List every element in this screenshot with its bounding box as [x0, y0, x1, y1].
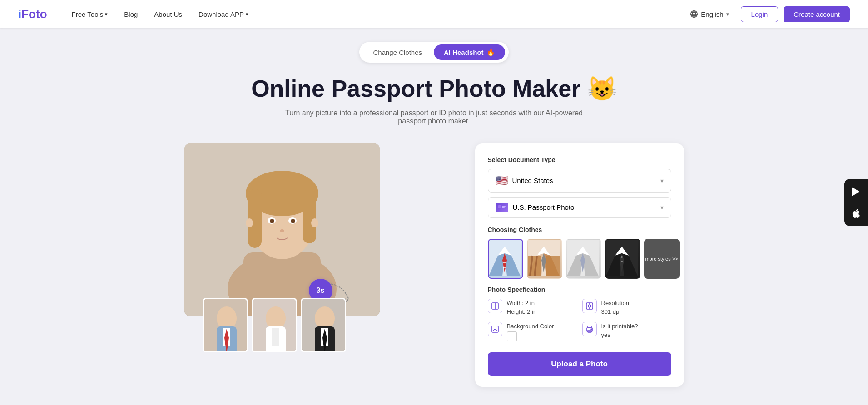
spec-grid: Width: 2 in Height: 2 in: [488, 299, 671, 344]
spec-bgcolor-label: Background Color: [507, 322, 554, 331]
hero-title: Online Passport Photo Maker 😺: [251, 75, 617, 103]
spec-printable-value: yes: [601, 331, 638, 340]
svg-point-68: [621, 261, 623, 262]
chevron-down-icon: ▾: [246, 11, 248, 17]
document-icon: [496, 203, 508, 212]
svg-rect-80: [588, 326, 591, 328]
us-flag: 🇺🇸: [496, 175, 508, 187]
logo[interactable]: iFoto: [18, 7, 47, 21]
svg-point-18: [246, 218, 253, 227]
clothes-grid: more styles >>: [488, 239, 671, 279]
chevron-down-icon: ▾: [105, 11, 108, 17]
small-photo-3: [301, 298, 346, 352]
svg-rect-12: [303, 189, 316, 243]
size-icon: [488, 299, 502, 313]
tab-switcher: Change Clothes AI Headshot 🔥: [359, 42, 508, 63]
chevron-down-icon: ▾: [660, 204, 664, 211]
select-document-label: Select Document Type: [488, 156, 671, 163]
document-type-dropdown[interactable]: U.S. Passport Photo ▾: [488, 197, 671, 218]
tab-ai-headshot[interactable]: AI Headshot 🔥: [434, 44, 505, 60]
clothes-section: Choosing Clothes: [488, 226, 671, 279]
spec-resolution: Resolution 301 dpi: [582, 299, 671, 316]
color-swatch[interactable]: [507, 331, 517, 341]
content-row: 3s: [184, 143, 684, 387]
spec-printable-label: Is it printable?: [601, 322, 638, 331]
nav-download[interactable]: Download APP ▾: [192, 7, 255, 22]
navbar: iFoto Free Tools ▾ Blog About Us Downloa…: [0, 0, 868, 28]
svg-rect-36: [498, 205, 501, 208]
nav-blog[interactable]: Blog: [118, 7, 144, 22]
more-styles-button[interactable]: more styles >>: [644, 239, 680, 279]
country-dropdown[interactable]: 🇺🇸 United States ▾: [488, 169, 671, 193]
choosing-clothes-label: Choosing Clothes: [488, 226, 671, 233]
bgcolor-icon: [488, 322, 502, 336]
spec-size: Width: 2 in Height: 2 in: [488, 299, 577, 316]
spec-resolution-label: Resolution: [601, 299, 629, 308]
nav-right: English ▾ Login Create account: [684, 6, 850, 22]
clothes-item-1[interactable]: [488, 239, 523, 279]
svg-rect-53: [546, 256, 560, 276]
spec-width: Width: 2 in: [507, 299, 537, 308]
nav-links: Free Tools ▾ Blog About Us Download APP …: [65, 7, 684, 22]
clothes-item-3[interactable]: [566, 239, 601, 279]
clothes-item-2[interactable]: [527, 239, 562, 279]
nav-free-tools[interactable]: Free Tools ▾: [65, 7, 114, 22]
apple-app-button[interactable]: [849, 206, 863, 221]
small-photo-1: [203, 298, 248, 352]
photo-preview: 3s: [184, 143, 457, 352]
small-photos-strip: [203, 298, 346, 352]
tab-change-clothes[interactable]: Change Clothes: [363, 44, 432, 60]
svg-point-67: [621, 256, 623, 258]
form-panel: Select Document Type 🇺🇸 United States ▾: [475, 143, 684, 387]
document-type-value: U.S. Passport Photo: [513, 203, 575, 211]
spec-resolution-value: 301 dpi: [601, 307, 629, 316]
svg-point-16: [291, 219, 295, 223]
svg-rect-37: [502, 206, 506, 207]
spec-height: Height: 2 in: [507, 307, 537, 316]
resolution-icon: [582, 299, 597, 313]
android-app-button[interactable]: [849, 184, 863, 199]
chevron-down-icon: ▾: [726, 11, 729, 17]
svg-point-15: [270, 219, 274, 223]
svg-point-19: [311, 218, 318, 227]
small-photo-2: [252, 298, 297, 352]
clothes-item-4[interactable]: [605, 239, 640, 279]
printable-icon: [582, 322, 597, 336]
svg-rect-11: [248, 189, 262, 248]
svg-point-73: [588, 305, 591, 307]
country-value: United States: [512, 177, 553, 184]
svg-point-17: [280, 229, 284, 232]
language-selector[interactable]: English ▾: [684, 6, 735, 22]
globe-icon: [690, 10, 698, 18]
spec-bgcolor: Background Color: [488, 322, 577, 344]
nav-about[interactable]: About Us: [148, 7, 188, 22]
svg-rect-38: [502, 207, 505, 208]
main-content: Change Clothes AI Headshot 🔥 Online Pass…: [0, 28, 868, 405]
spec-printable: Is it printable? yes: [582, 322, 671, 344]
photo-spec-label: Photo Specfication: [488, 286, 671, 293]
hero-subtitle: Turn any picture into a professional pas…: [275, 109, 593, 125]
fire-emoji: 🔥: [486, 48, 495, 56]
chevron-down-icon: ▾: [660, 177, 664, 184]
photo-spec-section: Photo Specfication Width: 2 in: [488, 286, 671, 344]
create-account-button[interactable]: Create account: [784, 6, 850, 22]
login-button[interactable]: Login: [741, 6, 779, 22]
svg-point-82: [591, 329, 592, 330]
upload-photo-button[interactable]: Upload a Photo: [488, 352, 671, 376]
app-download-panel: [844, 179, 868, 226]
svg-rect-29: [272, 328, 279, 346]
